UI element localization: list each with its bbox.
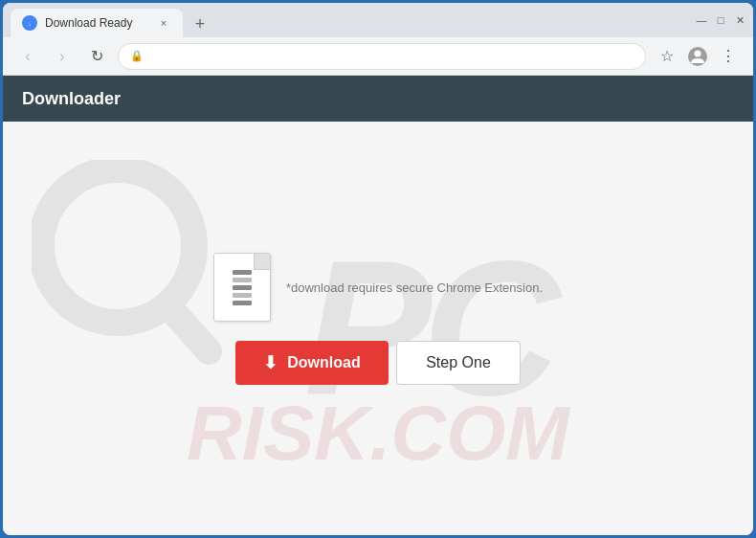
download-button[interactable]: ⬇ Download (235, 341, 389, 385)
tab-bar: ↓ Download Ready × + (11, 3, 696, 37)
back-button[interactable]: ‹ (14, 43, 41, 70)
tab-close-button[interactable]: × (156, 15, 171, 31)
menu-button[interactable]: ⋮ (715, 43, 742, 70)
watermark-magnifier (32, 160, 223, 351)
tab-favicon: ↓ (22, 15, 37, 31)
page-header: Downloader (3, 76, 753, 122)
tab-title: Download Ready (45, 16, 148, 30)
download-label: Download (287, 354, 360, 371)
nav-actions: ☆ ⋮ (654, 43, 742, 70)
nav-bar: ‹ › ↻ 🔒 ☆ ⋮ (3, 37, 753, 76)
stripe (233, 301, 252, 305)
buttons-row: ⬇ Download Step One (235, 341, 521, 385)
stripe (233, 285, 252, 290)
maximize-button[interactable]: □ (715, 14, 726, 26)
new-tab-button[interactable]: + (187, 11, 213, 37)
lock-icon: 🔒 (130, 50, 144, 62)
reload-button[interactable]: ↻ (83, 43, 110, 70)
file-note: *download requires secure Chrome Extensi… (286, 280, 543, 295)
page-content: PC RISK.COM *download requires secure Ch… (3, 122, 753, 535)
step-one-button[interactable]: Step One (396, 341, 521, 385)
page-title: Downloader (22, 89, 121, 109)
watermark-risk: RISK.COM (187, 390, 569, 478)
window-controls: — □ ✕ (696, 14, 745, 26)
stripe (233, 293, 252, 298)
svg-point-4 (41, 169, 194, 323)
close-button[interactable]: ✕ (734, 14, 745, 26)
svg-line-5 (170, 308, 209, 351)
content-area: *download requires secure Chrome Extensi… (213, 253, 543, 385)
file-icon (213, 253, 271, 322)
bookmark-button[interactable]: ☆ (654, 43, 680, 70)
zip-stripes (233, 270, 252, 305)
profile-button[interactable] (684, 43, 711, 70)
stripe (233, 278, 252, 282)
stripe (233, 270, 252, 275)
browser-window: ↓ Download Ready × + — □ ✕ ‹ › ↻ 🔒 ☆ (3, 3, 753, 535)
minimize-button[interactable]: — (696, 14, 707, 26)
address-bar[interactable]: 🔒 (118, 43, 646, 70)
svg-text:↓: ↓ (28, 20, 32, 27)
download-icon: ⬇ (263, 352, 278, 373)
forward-button[interactable]: › (49, 43, 76, 70)
file-row: *download requires secure Chrome Extensi… (213, 253, 543, 322)
active-tab[interactable]: ↓ Download Ready × (11, 9, 183, 37)
svg-point-3 (695, 50, 701, 56)
title-bar: ↓ Download Ready × + — □ ✕ (3, 3, 753, 37)
